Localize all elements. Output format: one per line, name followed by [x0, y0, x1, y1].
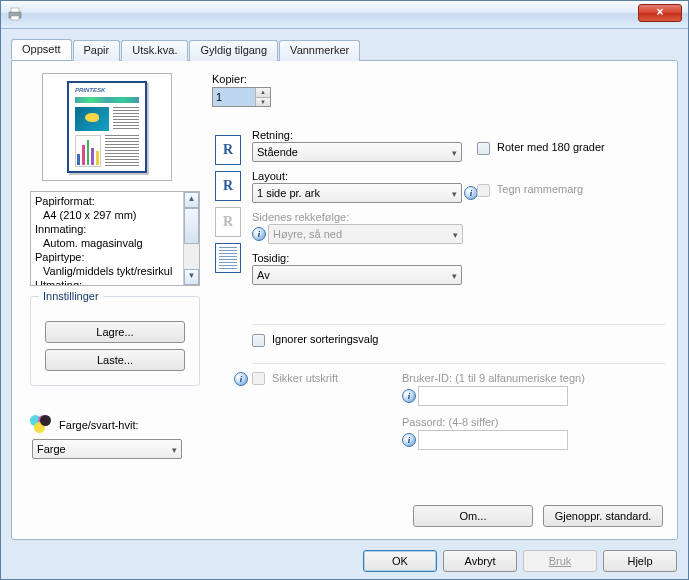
cancel-button[interactable]: Avbryt — [443, 550, 517, 572]
summary-paperformat-value: A4 (210 x 297 mm) — [35, 208, 179, 222]
load-button[interactable]: Laste... — [45, 349, 185, 371]
settings-groupbox: Innstillinger Lagre... Laste... — [30, 296, 200, 386]
duplex-select[interactable]: Av — [252, 265, 462, 285]
orientation-thumb: R — [215, 135, 241, 165]
tab-oppsett[interactable]: Oppsett — [11, 39, 72, 60]
scroll-thumb[interactable] — [184, 208, 199, 244]
layout-info-icon[interactable]: i — [464, 186, 478, 200]
close-button[interactable]: × — [638, 4, 682, 22]
title-bar: × — [1, 1, 688, 29]
help-button[interactable]: Hjelp — [603, 550, 677, 572]
ignore-sort-label: Ignorer sorteringsvalg — [272, 333, 378, 345]
svg-rect-2 — [11, 16, 19, 20]
copies-down-button[interactable]: ▼ — [256, 97, 270, 106]
rotate180-label: Roter med 180 grader — [497, 141, 605, 153]
layout-value: 1 side pr. ark — [257, 187, 320, 199]
password-info-icon[interactable]: i — [402, 433, 416, 447]
order-select: Høyre, så ned — [268, 224, 463, 244]
summary-papertype-value: Vanlig/middels tykt/resirkul — [35, 264, 179, 278]
orientation-value: Stående — [257, 146, 298, 158]
summary-feed-value: Autom. magasinvalg — [35, 236, 179, 250]
color-icon — [30, 415, 52, 437]
order-label: Sidenes rekkefølge: — [252, 211, 482, 223]
password-input — [418, 430, 568, 450]
userid-input — [418, 386, 568, 406]
orientation-label: Retning: — [252, 129, 482, 141]
about-button[interactable]: Om... — [413, 505, 533, 527]
tab-strip: Oppsett Papir Utsk.kva. Gyldig tilgang V… — [11, 39, 678, 60]
color-select[interactable]: Farge — [32, 439, 182, 459]
svg-point-3 — [18, 13, 20, 15]
order-value: Høyre, så ned — [273, 228, 342, 240]
copies-label: Kopier: — [212, 73, 665, 85]
duplex-value: Av — [257, 269, 270, 281]
summary-papertype-label: Papirtype: — [35, 250, 179, 264]
preview-title: PRINTESK — [75, 87, 105, 93]
tab-panel: PRINTESK Papirformat: A4 (210 x 297 mm) — [11, 60, 678, 540]
tab-gyldig-tilgang[interactable]: Gyldig tilgang — [189, 40, 278, 61]
secure-print-info-icon[interactable]: i — [234, 372, 248, 386]
scroll-down-button[interactable]: ▼ — [184, 269, 199, 285]
order-info-icon[interactable]: i — [252, 227, 266, 241]
copies-up-button[interactable]: ▲ — [256, 88, 270, 97]
ok-button[interactable]: OK — [363, 550, 437, 572]
summary-paperformat-label: Papirformat: — [35, 194, 179, 208]
scrollbar[interactable]: ▲ ▼ — [183, 192, 199, 285]
layout-select[interactable]: 1 side pr. ark — [252, 183, 462, 203]
settings-summary-list: Papirformat: A4 (210 x 297 mm) Innmating… — [30, 191, 200, 286]
tab-utskkva[interactable]: Utsk.kva. — [121, 40, 188, 61]
order-thumb: R — [215, 207, 241, 237]
settings-groupbox-title: Innstillinger — [39, 290, 103, 302]
tab-papir[interactable]: Papir — [73, 40, 121, 61]
page-preview: PRINTESK — [42, 73, 172, 181]
copies-spinner[interactable]: ▲ ▼ — [212, 87, 271, 107]
summary-output-label: Utmating: — [35, 278, 179, 286]
layout-label: Layout: — [252, 170, 482, 182]
svg-rect-1 — [11, 8, 19, 12]
ignore-sort-checkbox[interactable] — [252, 334, 265, 347]
apply-button: Bruk — [523, 550, 597, 572]
printer-icon — [7, 6, 23, 22]
duplex-thumb — [215, 243, 241, 273]
rotate180-checkbox[interactable] — [477, 142, 490, 155]
orientation-select[interactable]: Stående — [252, 142, 462, 162]
restore-defaults-button[interactable]: Gjenoppr. standard. — [543, 505, 663, 527]
password-label: Passord: (4-8 siffer) — [402, 416, 642, 428]
scroll-up-button[interactable]: ▲ — [184, 192, 199, 208]
secure-print-checkbox — [252, 372, 265, 385]
frameborder-label: Tegn rammemarg — [497, 183, 583, 195]
save-button[interactable]: Lagre... — [45, 321, 185, 343]
secure-print-label: Sikker utskrift — [272, 372, 338, 384]
duplex-label: Tosidig: — [252, 252, 482, 264]
tab-vannmerker[interactable]: Vannmerker — [279, 40, 360, 61]
layout-thumb: R — [215, 171, 241, 201]
userid-info-icon[interactable]: i — [402, 389, 416, 403]
summary-feed-label: Innmating: — [35, 222, 179, 236]
copies-input[interactable] — [213, 88, 255, 106]
frameborder-checkbox — [477, 184, 490, 197]
color-value: Farge — [37, 443, 66, 455]
color-label: Farge/svart-hvit: — [59, 419, 138, 431]
userid-label: Bruker-ID: (1 til 9 alfanumeriske tegn) — [402, 372, 642, 384]
